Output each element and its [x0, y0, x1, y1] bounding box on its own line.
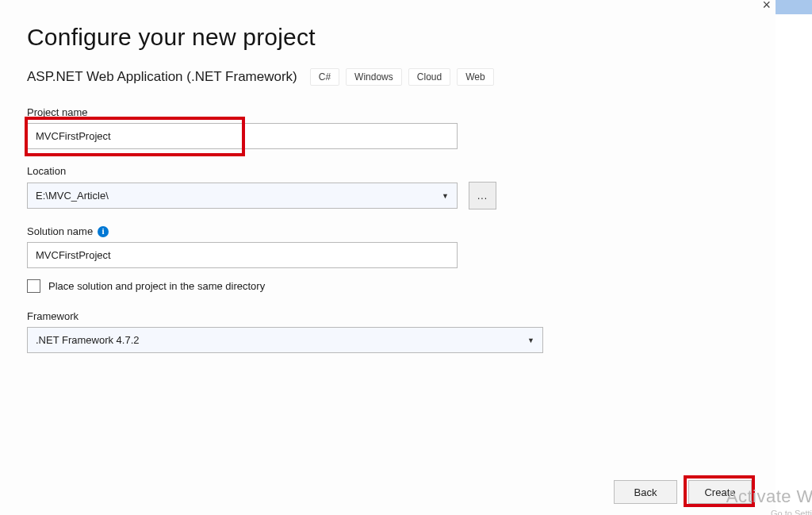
tag-web: Web: [457, 68, 493, 86]
chevron-down-icon: ▼: [527, 336, 534, 344]
external-blue-strip: [776, 0, 812, 14]
location-group: Location E:\MVC_Article\ ▼ ...: [27, 165, 749, 209]
same-directory-checkbox[interactable]: [27, 279, 40, 293]
dialog-button-bar: Back Create: [614, 480, 752, 504]
browse-location-button[interactable]: ...: [469, 182, 496, 209]
subtitle-row: ASP.NET Web Application (.NET Framework)…: [27, 68, 749, 86]
tag-cloud: Cloud: [408, 68, 450, 86]
solution-name-input[interactable]: [27, 242, 458, 268]
framework-group: Framework .NET Framework 4.7.2 ▼: [27, 310, 749, 353]
tag-csharp: C#: [310, 68, 339, 86]
framework-label: Framework: [27, 310, 749, 322]
back-button[interactable]: Back: [614, 480, 677, 504]
project-name-input[interactable]: [27, 123, 458, 149]
close-icon[interactable]: ×: [762, 0, 771, 13]
solution-name-label-text: Solution name: [27, 225, 93, 237]
configure-project-dialog: × Configure your new project ASP.NET Web…: [0, 0, 776, 515]
project-name-label: Project name: [27, 106, 749, 118]
info-icon[interactable]: i: [98, 226, 109, 237]
location-value: E:\MVC_Article\: [36, 190, 109, 202]
same-directory-checkbox-row[interactable]: Place solution and project in the same d…: [27, 279, 749, 293]
activate-windows-watermark-sub: Go to Settings to: [771, 509, 812, 515]
chevron-down-icon: ▼: [442, 192, 449, 200]
same-directory-label: Place solution and project in the same d…: [48, 280, 265, 292]
solution-name-group: Solution name i: [27, 225, 749, 268]
template-name: ASP.NET Web Application (.NET Framework): [27, 69, 297, 85]
framework-combobox[interactable]: .NET Framework 4.7.2 ▼: [27, 327, 543, 353]
create-button[interactable]: Create: [688, 480, 752, 504]
tag-windows: Windows: [346, 68, 402, 86]
template-tags: C# Windows Cloud Web: [310, 68, 494, 86]
page-title: Configure your new project: [27, 24, 749, 51]
project-name-group: Project name: [27, 106, 749, 149]
framework-value: .NET Framework 4.7.2: [36, 334, 140, 346]
location-combobox[interactable]: E:\MVC_Article\ ▼: [27, 183, 458, 209]
solution-name-label: Solution name i: [27, 225, 749, 237]
location-label: Location: [27, 165, 749, 177]
